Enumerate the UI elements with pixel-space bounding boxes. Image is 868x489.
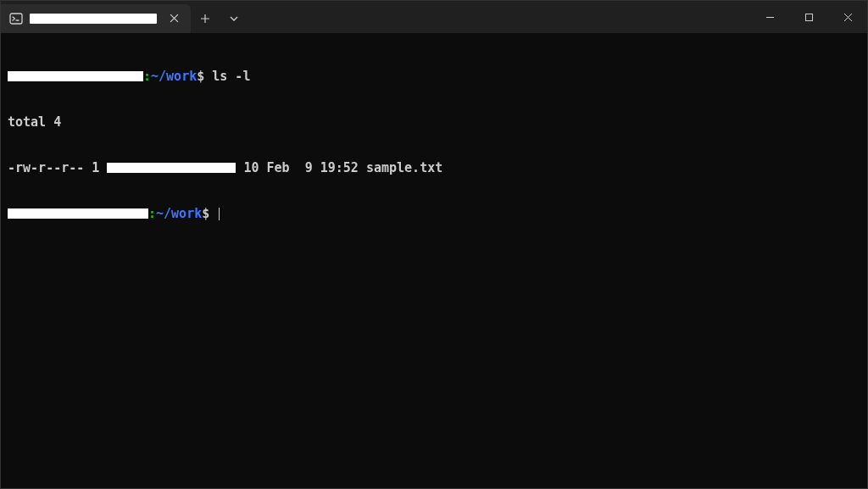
prompt-separator: : <box>143 69 151 84</box>
ls-perms: -rw-r--r-- 1 <box>8 160 107 175</box>
titlebar <box>1 1 867 33</box>
minimize-button[interactable] <box>750 1 789 33</box>
window-close-button[interactable] <box>828 1 867 33</box>
tabstrip-actions <box>191 4 248 33</box>
window-controls <box>750 1 867 33</box>
new-tab-button[interactable] <box>191 4 220 33</box>
user-host-redacted <box>8 208 148 219</box>
terminal-viewport[interactable]: : ~/work $ ls -l total 4 -rw-r--r-- 1 10… <box>1 33 867 242</box>
svg-rect-0 <box>10 14 22 24</box>
output-line: -rw-r--r-- 1 10 Feb 9 19:52 sample.txt <box>8 160 860 175</box>
tab-title-redacted <box>30 14 157 24</box>
titlebar-drag-region[interactable] <box>248 1 750 33</box>
svg-rect-3 <box>805 14 812 20</box>
ls-rest: 10 Feb 9 19:52 sample.txt <box>236 160 442 175</box>
tab-dropdown-button[interactable] <box>220 4 248 33</box>
terminal-icon <box>9 12 23 25</box>
ls-owner-redacted <box>107 163 236 173</box>
prompt-line-2: : ~/work $ <box>8 206 860 221</box>
tab-active[interactable] <box>1 4 191 33</box>
prompt-symbol: $ <box>202 206 209 221</box>
prompt-separator: : <box>148 206 156 221</box>
prompt-cwd: ~/work <box>156 206 202 221</box>
text-cursor <box>219 208 220 220</box>
prompt-cwd: ~/work <box>151 69 197 84</box>
maximize-button[interactable] <box>789 1 828 33</box>
output-line: total 4 <box>8 114 860 130</box>
prompt-line-1: : ~/work $ ls -l <box>8 69 860 84</box>
ls-total: total 4 <box>8 114 61 130</box>
prompt-symbol: $ <box>197 69 204 84</box>
tab-close-button[interactable] <box>164 8 184 29</box>
user-host-redacted <box>8 71 143 81</box>
command-text: ls -l <box>212 69 250 84</box>
